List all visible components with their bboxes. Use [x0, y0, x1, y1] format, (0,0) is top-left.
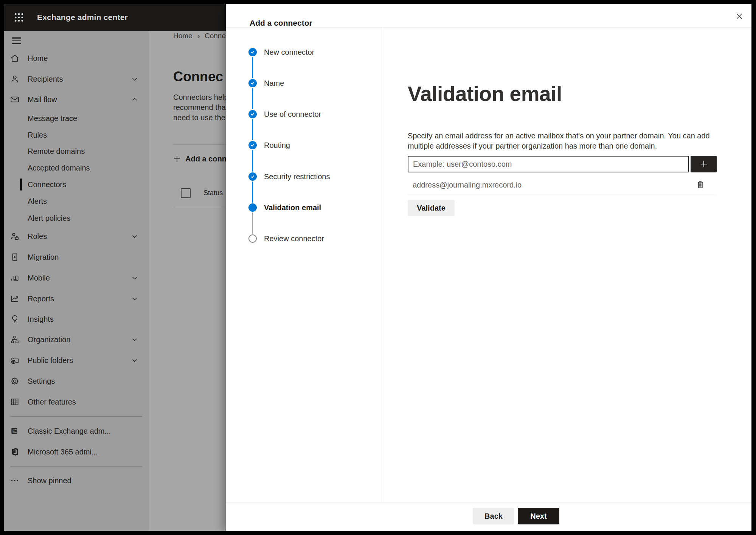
next-button[interactable]: Next: [518, 508, 559, 524]
step-connector-line: [252, 88, 253, 109]
wizard-step-routing[interactable]: Routing: [248, 138, 290, 153]
back-button[interactable]: Back: [473, 508, 514, 524]
app-title: Exchange admin center: [37, 13, 128, 22]
wizard-step-use-of-connector[interactable]: Use of connector: [248, 107, 321, 122]
step-label: Validation email: [264, 203, 321, 212]
step-connector-line: [252, 150, 253, 172]
step-completed-check-icon: [248, 172, 257, 181]
step-completed-check-icon: [248, 48, 257, 56]
step-description: Specify an email address for an active m…: [408, 131, 723, 151]
panel-footer: Back Next: [226, 502, 751, 531]
wizard-step-review-connector[interactable]: Review connector: [248, 231, 324, 246]
add-email-button[interactable]: [691, 156, 717, 172]
step-connector-line: [252, 57, 253, 78]
screenshot-frame: Exchange admin center Home Recipients: [0, 0, 756, 535]
step-current-dot-icon: [248, 203, 257, 212]
wizard-step-validation-email[interactable]: Validation email: [248, 200, 321, 215]
add-connector-panel: Add a connector New connector: [226, 4, 751, 531]
close-icon[interactable]: [733, 9, 746, 23]
step-heading: Validation email: [408, 81, 562, 106]
wizard-step-new-connector[interactable]: New connector: [248, 45, 314, 60]
delete-address-button[interactable]: [694, 178, 707, 191]
step-label: Routing: [264, 141, 290, 150]
validate-button[interactable]: Validate: [408, 200, 455, 216]
panel-header: Add a connector: [226, 4, 751, 28]
step-upcoming-circle-icon: [248, 234, 257, 243]
address-list-item: address@journaling.mxrecord.io: [408, 177, 717, 193]
wizard-steps: New connector Name Use of connector Rout…: [226, 27, 382, 502]
validation-email-input[interactable]: [408, 156, 689, 172]
waffle-dots: [13, 12, 25, 23]
app-launcher-icon[interactable]: [9, 8, 29, 27]
step-label: Name: [264, 79, 284, 88]
step-completed-check-icon: [248, 110, 257, 118]
trash-icon: [695, 180, 705, 189]
wizard-step-name[interactable]: Name: [248, 76, 284, 91]
step-label: New connector: [264, 48, 314, 57]
step-connector-line: [252, 181, 253, 203]
step-label: Security restrictions: [264, 172, 330, 181]
plus-icon: [699, 159, 709, 169]
step-connector-line: [252, 212, 253, 234]
step-completed-check-icon: [248, 141, 257, 149]
step-label: Review connector: [264, 234, 324, 243]
divider: [408, 194, 717, 194]
step-label: Use of connector: [264, 110, 321, 119]
step-completed-check-icon: [248, 79, 257, 87]
wizard-step-security-restrictions[interactable]: Security restrictions: [248, 169, 330, 184]
step-connector-line: [252, 119, 253, 140]
panel-title: Add a connector: [250, 19, 312, 28]
address-email: address@journaling.mxrecord.io: [408, 181, 522, 189]
